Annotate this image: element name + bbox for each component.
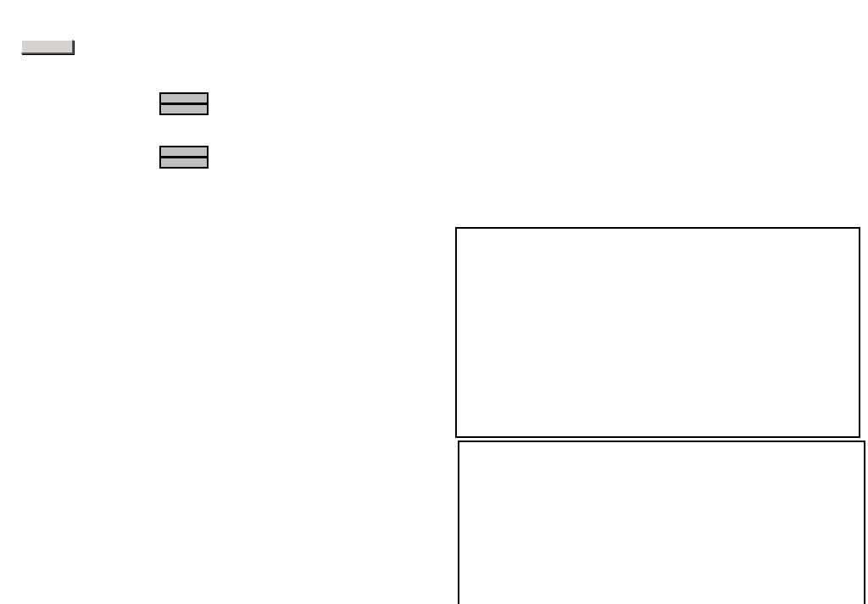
sample-size-input[interactable]: [159, 103, 209, 115]
lower-limit-input[interactable]: [159, 157, 209, 169]
mean-control-chart[interactable]: [455, 227, 860, 438]
spreadsheet-window: [0, 0, 868, 604]
range-control-chart[interactable]: [458, 441, 865, 604]
home-button[interactable]: [21, 40, 74, 54]
